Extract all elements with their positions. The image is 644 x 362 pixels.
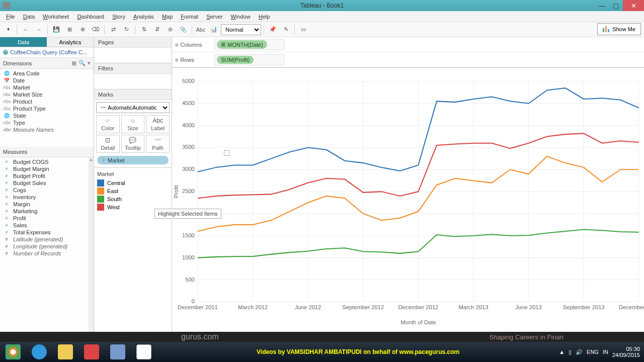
menu-file[interactable]: File [2, 13, 19, 21]
explorer-icon[interactable] [53, 343, 77, 361]
menu-help[interactable]: Help [255, 13, 274, 21]
measure-field[interactable]: #Cogs [0, 187, 94, 194]
menu-format[interactable]: Format [177, 13, 202, 21]
svg-text:December 2012: December 2012 [398, 304, 439, 310]
database-icon [3, 50, 8, 55]
legend-item[interactable]: East [97, 187, 169, 195]
label-button[interactable]: Abc [195, 24, 207, 35]
menu-window[interactable]: Window [227, 13, 255, 21]
tableau-icon[interactable]: ✦ [2, 24, 14, 35]
pages-shelf[interactable]: Pages [94, 37, 172, 48]
maximize-button[interactable]: ▢ [609, 0, 623, 11]
chart-type-button[interactable]: 📊 [208, 24, 220, 35]
dimension-field[interactable]: 🌐State [0, 112, 94, 119]
new-datasource-button[interactable]: ⊞ [63, 24, 75, 35]
measure-field[interactable]: #Budget Margin [0, 165, 94, 172]
highlight-button[interactable]: ✎ [280, 24, 292, 35]
dimension-field[interactable]: AbcMeasure Names [0, 126, 94, 133]
dimension-field[interactable]: AbcProduct Type [0, 105, 94, 112]
hash-icon: # [3, 223, 10, 228]
forward-button[interactable]: → [33, 24, 45, 35]
measure-field[interactable]: #Budget Profit [0, 172, 94, 179]
mark-size-button[interactable]: ○Size [121, 115, 145, 133]
clear-button[interactable]: ⌫ [90, 24, 102, 35]
search-icon[interactable]: 🔍 [78, 60, 86, 66]
ie-icon[interactable] [27, 343, 51, 361]
sort-asc-button[interactable]: ⇅ [138, 24, 150, 35]
tray-battery-icon[interactable]: ▯ [569, 349, 572, 355]
chrome-icon[interactable] [1, 343, 25, 361]
tray-lang[interactable]: ENG [587, 349, 599, 355]
measure-field[interactable]: #Inventory [0, 194, 94, 201]
measure-field[interactable]: #Budget COGS [0, 158, 94, 165]
menu-dashboard[interactable]: Dashboard [73, 13, 108, 21]
view-icon[interactable]: ▦ [71, 60, 76, 66]
menu-icon[interactable]: ▾ [88, 60, 91, 66]
presentation-button[interactable]: ▭ [297, 24, 309, 35]
mark-color-button[interactable]: ⁘Color [96, 115, 120, 133]
legend-item[interactable]: Central [97, 179, 169, 187]
menu-map[interactable]: Map [158, 13, 177, 21]
mark-detail-button[interactable]: ⊡Detail [96, 135, 120, 153]
dimension-field[interactable]: AbcMarket [0, 84, 94, 91]
hash-icon: # [3, 180, 10, 186]
powerpoint-icon[interactable] [79, 343, 104, 361]
menu-data[interactable]: Data [19, 13, 39, 21]
show-me-button[interactable]: Show Me [597, 23, 641, 35]
measure-field[interactable]: #Latitude (generated) [0, 236, 94, 243]
filters-shelf[interactable]: Filters [94, 63, 172, 74]
measure-field[interactable]: #Longitude (generated) [0, 243, 94, 250]
marks-type-select[interactable]: 〰 AutomaticAutomatic [96, 102, 170, 113]
hash-icon: # [3, 244, 10, 249]
data-tab[interactable]: Data [0, 37, 47, 47]
mark-tooltip-button[interactable]: 💬Tooltip [121, 135, 145, 153]
minimize-button[interactable]: — [595, 0, 609, 11]
tray-kb[interactable]: IN [603, 349, 608, 355]
measure-field[interactable]: #Budget Sales [0, 179, 94, 187]
dimension-field[interactable]: AbcProduct [0, 98, 94, 105]
dimension-field[interactable]: 📅Date [0, 77, 94, 84]
measure-field[interactable]: #Total Expenses [0, 229, 94, 236]
menu-story[interactable]: Story [108, 13, 129, 21]
rows-pill[interactable]: SUM(Profit) [217, 56, 254, 64]
swap-button[interactable]: ⇄ [107, 24, 119, 35]
measure-field[interactable]: #Sales [0, 222, 94, 229]
pin-button[interactable]: 📌 [267, 24, 279, 35]
analytics-tab[interactable]: Analytics [47, 37, 94, 47]
menu-server[interactable]: Server [202, 13, 226, 21]
menu-worksheet[interactable]: Worksheet [39, 13, 73, 21]
dimension-field[interactable]: AbcMarket Size [0, 91, 94, 98]
menu-analysis[interactable]: Analysis [129, 13, 158, 21]
legend-item[interactable]: South [97, 195, 169, 203]
sort-desc-button[interactable]: ⇵ [151, 24, 163, 35]
refresh-button[interactable]: ↻ [120, 24, 132, 35]
close-button[interactable]: ✕ [623, 0, 644, 11]
marks-pill-market[interactable]: ⁘ Market [97, 156, 169, 164]
hash-icon: # [3, 188, 10, 193]
tableau-task-icon[interactable] [132, 343, 156, 361]
chart-canvas[interactable]: 0500100015002000250030003500400045005000… [172, 68, 644, 336]
dimension-field[interactable]: AbcType [0, 119, 94, 126]
svg-text:March 2012: March 2012 [238, 304, 268, 310]
attach-button[interactable]: 📎 [177, 24, 189, 35]
measure-field[interactable]: #Number of Records [0, 250, 94, 257]
measure-field[interactable]: #Margin [0, 201, 94, 208]
measure-field[interactable]: #Profit [0, 215, 94, 222]
save-button[interactable]: 💾 [50, 24, 62, 35]
fit-select[interactable]: Normal [221, 24, 261, 35]
back-button[interactable]: ← [20, 24, 32, 35]
group-button[interactable]: ⊜ [164, 24, 176, 35]
tray-sound-icon[interactable]: 🔊 [576, 349, 583, 355]
svg-text:1000: 1000 [182, 254, 195, 260]
mark-label-button[interactable]: AbcLabel [146, 115, 170, 133]
mark-path-button[interactable]: 〰Path [146, 135, 170, 153]
tray-flag-icon[interactable]: ▲ [559, 349, 565, 355]
datasource-item[interactable]: CoffeeChain Query (Coffee C... [0, 47, 94, 58]
columns-pill[interactable]: ⊞ MONTH(Date) [217, 40, 267, 49]
new-worksheet-button[interactable]: ⊕ [76, 24, 89, 35]
measure-field[interactable]: #Marketing [0, 208, 94, 215]
dimension-field[interactable]: 🌐Area Code [0, 70, 94, 77]
hash-icon: # [3, 166, 10, 171]
snip-icon[interactable] [106, 343, 130, 361]
tray-clock[interactable]: 05:3024/09/2015 [612, 346, 640, 358]
